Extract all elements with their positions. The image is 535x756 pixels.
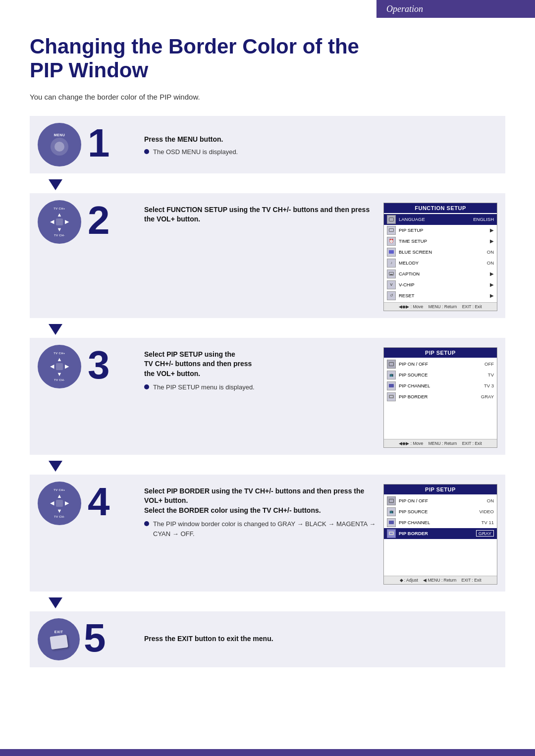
step-1-wrapper: MENU 1 Press the MENU button. The OSD ME… [30,116,505,190]
pip-row-on-off-3: PIP ON / OFF OFF [384,359,497,370]
language-icon [387,215,396,224]
step-1-number: 1 [88,123,110,163]
pip-row-channel-4: PIP CHANNEL TV 11 [384,517,497,528]
setup-row-caption: CAPTION ▶ [384,269,497,279]
pip-row-border-4: PIP BORDER GRAY [384,528,497,539]
pip-spacer-4b [384,548,497,557]
setup-row-blue-screen: BLUE SCREEN ON [384,247,497,258]
step-1-bullet: The OSD MENU is displayed. [144,147,497,157]
pip-border-value-box: GRAY [476,530,494,537]
step-3-text: Select PIP SETUP using theTV CH+/- butto… [144,347,378,392]
step-3-wrapper: TV CH+ ▲ ◀ ▶ ▼ TV CH- 3 [30,338,505,472]
pip-setup-footer-3: ◀◆▶ : Move MENU : Return EXIT : Exit [384,439,497,447]
tvch-button-2: TV CH+ ▲ ◀ ▶ ▼ TV CH- [38,200,81,244]
reset-icon: ↺ [387,291,396,300]
step-3-title: Select PIP SETUP using theTV CH+/- butto… [144,350,378,379]
arrow-down-3 [49,461,62,472]
bullet-icon-1 [144,149,149,154]
pip-spacer-3d [384,429,497,438]
pip-channel-icon-3 [387,381,396,390]
exit-label: EXIT [54,630,63,634]
pip-spacer-4c [384,557,497,566]
setup-row-reset: ↺ RESET ▶ [384,290,497,301]
pip-row-border-3: PIP BORDER GRAY [384,391,497,402]
pip-setup-title-3: PIP SETUP [384,348,497,358]
section-label: Operation [386,4,423,14]
pip-spacer-3b [384,411,497,420]
pip-border-icon-3 [387,392,396,401]
function-setup-footer: ◀◆▶ : Move MENU : Return EXIT : Exit [384,302,497,311]
pip-row-channel-3: PIP CHANNEL TV 3 [384,380,497,391]
setup-row-pip-setup: PIP SETUP ▶ [384,225,497,236]
tvch-button-3: TV CH+ ▲ ◀ ▶ ▼ TV CH- [38,345,81,388]
pip-on-off-icon-4 [387,496,396,505]
step-2-number: 2 [88,201,110,240]
step-arrow-2 [30,324,505,335]
function-setup-title: FUNCTION SETUP [384,203,497,213]
menu-button: MENU [38,123,81,166]
step-5-text: Press the EXIT button to exit the menu. [137,632,497,647]
step-arrow-1 [30,179,505,190]
function-setup-panel: FUNCTION SETUP LANGUAGE ENGLISH PIP SETU… [383,203,497,311]
pip-spacer-3c [384,420,497,429]
pip-setup-footer-4: ◆ : Adjust ◀ MENU : Return EXIT : Exit [384,576,497,584]
caption-icon [387,270,396,278]
bullet-icon-3 [144,384,149,389]
pip-setup-rows-4: PIP ON / OFF ON 📺 PIP SOURCE VIDEO PIP C… [384,494,497,576]
melody-icon: ♪ [387,259,396,268]
step-3-bullet: The PIP SETUP menu is displayed. [144,382,378,392]
pip-on-off-icon-3 [387,360,396,369]
page-number: 40 [30,740,38,748]
arrow-down-2 [49,324,62,335]
step-4-number: 4 [88,482,110,522]
step-1-container: MENU 1 Press the MENU button. The OSD ME… [30,116,505,173]
pip-setup-panel-3: PIP SETUP PIP ON / OFF OFF 📺 PIP SOURCE … [383,347,497,448]
pip-setup-rows-3: PIP ON / OFF OFF 📺 PIP SOURCE TV PIP CHA… [384,358,497,439]
arrow-down-4 [49,597,62,608]
setup-row-time-setup: ⏰ TIME SETUP ▶ [384,236,497,247]
pip-setup-panel-4: PIP SETUP PIP ON / OFF ON 📺 PIP SOURCE V… [383,484,497,585]
step-2-text: Select FUNCTION SETUP using the TV CH+/-… [144,203,374,227]
step-5-wrapper: EXIT 5 Press the EXIT button to exit the… [30,611,505,667]
step-arrow-3 [30,461,505,472]
function-setup-rows: LANGUAGE ENGLISH PIP SETUP ▶ ⏰ TIME SETU… [384,213,497,302]
pip-channel-icon-4 [387,518,396,527]
menu-label: MENU [54,133,65,137]
step-5-number: 5 [84,618,106,658]
pip-border-icon-4 [387,529,396,538]
time-setup-icon: ⏰ [387,237,396,246]
vchip-icon: V [387,280,396,289]
step-2-wrapper: TV CH+ ▲ ◀ ▶ ▼ TV CH- 2 [30,193,505,335]
pip-spacer-4a [384,539,497,548]
pip-source-icon-3: 📺 [387,371,396,379]
pip-row-on-off-4: PIP ON / OFF ON [384,495,497,506]
pip-row-source-4: 📺 PIP SOURCE VIDEO [384,506,497,517]
operation-bar: Operation [376,0,535,18]
pip-row-source-3: 📺 PIP SOURCE TV [384,370,497,380]
pip-setup-icon [387,226,396,235]
tvch-button-4: TV CH+ ▲ ◀ ▶ ▼ TV CH- [38,482,81,525]
exit-button: EXIT [38,618,80,660]
step-4-wrapper: TV CH+ ▲ ◀ ▶ ▼ TV CH- 4 [30,475,505,608]
pip-source-icon-4: 📺 [387,507,396,516]
bottom-bar [0,749,535,756]
arrow-down-1 [49,179,62,190]
setup-row-melody: ♪ MELODY ON [384,258,497,269]
step-1-text: Press the MENU button. The OSD MENU is d… [137,132,497,157]
step-4-text: Select PIP BORDER using the TV CH+/- but… [144,484,378,539]
step-5-title: Press the EXIT button to exit the menu. [144,634,497,644]
bullet-icon-4 [144,521,149,526]
step-arrow-4 [30,597,505,608]
pip-spacer-3a [384,402,497,411]
step-2-title: Select FUNCTION SETUP using the TV CH+/-… [144,205,374,224]
step-3-container: TV CH+ ▲ ◀ ▶ ▼ TV CH- 3 [30,338,505,455]
step-4-container: TV CH+ ▲ ◀ ▶ ▼ TV CH- 4 [30,475,505,592]
step-4-title: Select PIP BORDER using the TV CH+/- but… [144,486,378,516]
page-subtitle: You can change the border color of the P… [30,93,505,101]
page-content: Changing the Border Color of the PIP Win… [0,0,535,688]
step-1-title: Press the MENU button. [144,135,497,145]
setup-row-vchip: V V-CHIP ▶ [384,279,497,290]
pip-setup-title-4: PIP SETUP [384,485,497,494]
step-3-number: 3 [88,345,110,385]
blue-screen-icon [387,248,396,257]
